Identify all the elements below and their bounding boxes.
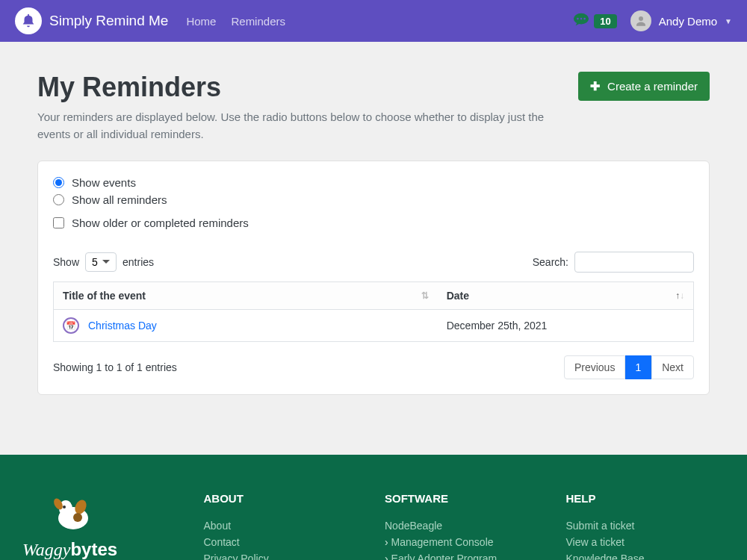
page-description: Your reminders are displayed below. Use … [37, 109, 560, 143]
checkbox-show-older[interactable]: Show older or completed reminders [53, 217, 694, 229]
page-title: My Reminders [37, 72, 221, 103]
sort-asc-icon: ↑↓ [675, 290, 684, 301]
footer-software-heading: SOFTWARE [385, 492, 544, 505]
radio-show-all[interactable]: Show all reminders [53, 193, 694, 206]
calendar-icon: 📅 [63, 317, 79, 334]
reminders-table: Title of the event ⇅ Date ↑↓ 📅 Christmas… [53, 281, 694, 342]
footer-about-heading: ABOUT [204, 492, 363, 505]
create-reminder-button[interactable]: ✚ Create a reminder [578, 72, 710, 101]
entries-label: entries [123, 256, 154, 268]
table-row: 📅 Christmas Day December 25th, 2021 [54, 310, 694, 342]
svg-point-7 [63, 505, 66, 508]
reminders-card: Show events Show all reminders Show olde… [37, 161, 710, 395]
footer-link-nodebeagle[interactable]: NodeBeagle [385, 520, 442, 532]
notification-count: 10 [594, 14, 616, 28]
page-size-select[interactable]: 5 [85, 252, 117, 272]
col-title[interactable]: Title of the event ⇅ [54, 282, 438, 310]
user-menu[interactable]: Andy Demo ▼ [630, 10, 732, 31]
search-input[interactable] [574, 252, 694, 273]
navbar: Simply Remind Me Home Reminders 10 Andy … [0, 0, 747, 42]
footer-link-console[interactable]: Management Console [391, 536, 494, 548]
event-date: December 25th, 2021 [438, 310, 694, 342]
plus-icon: ✚ [590, 79, 600, 93]
table-info: Showing 1 to 1 of 1 entries [53, 361, 177, 373]
footer: Waggybytes Simply Remind Me is a free an… [0, 455, 747, 560]
notifications[interactable]: 10 [573, 12, 616, 31]
show-label: Show [53, 256, 79, 268]
waggybytes-logo [45, 492, 101, 533]
prev-button[interactable]: Previous [564, 355, 625, 379]
pagination: Previous 1 Next [564, 355, 694, 379]
footer-help-heading: HELP [566, 492, 725, 505]
user-name: Andy Demo [659, 15, 717, 28]
bell-icon [15, 7, 42, 34]
event-link[interactable]: Christmas Day [88, 320, 157, 332]
page-1-button[interactable]: 1 [625, 355, 651, 379]
chat-icon [573, 12, 589, 31]
svg-point-2 [580, 17, 583, 19]
svg-point-1 [577, 17, 579, 19]
svg-point-3 [583, 17, 586, 19]
sort-icon: ⇅ [421, 290, 429, 301]
footer-link-contact[interactable]: Contact [204, 536, 240, 548]
chevron-down-icon: ▼ [725, 17, 732, 25]
next-button[interactable]: Next [651, 355, 694, 379]
avatar-icon [630, 10, 651, 31]
footer-link-privacy[interactable]: Privacy Policy [204, 553, 269, 560]
nav-reminders[interactable]: Reminders [231, 15, 285, 28]
search-label: Search: [533, 256, 568, 268]
svg-point-4 [639, 16, 643, 21]
brand-text: Simply Remind Me [49, 13, 168, 29]
nav-home[interactable]: Home [186, 15, 216, 28]
footer-link-about[interactable]: About [204, 520, 232, 532]
col-date[interactable]: Date ↑↓ [438, 282, 694, 310]
footer-brand: Waggybytes [22, 539, 182, 560]
brand-link[interactable]: Simply Remind Me [15, 7, 168, 34]
svg-point-10 [73, 513, 82, 522]
footer-link-early-adopter[interactable]: Early Adopter Program [391, 553, 498, 560]
footer-link-submit-ticket[interactable]: Submit a ticket [566, 520, 635, 532]
radio-show-events[interactable]: Show events [53, 176, 694, 189]
footer-link-view-ticket[interactable]: View a ticket [566, 536, 624, 548]
footer-link-kb[interactable]: Knowledge Base [566, 553, 645, 560]
